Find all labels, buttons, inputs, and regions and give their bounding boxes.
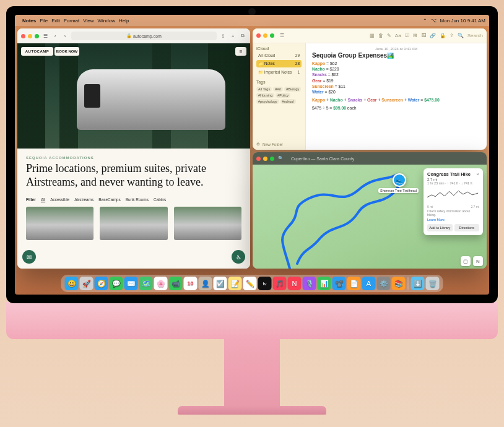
map-mode-icon[interactable]: ▢ xyxy=(461,256,471,266)
format-icon[interactable]: Aa xyxy=(395,33,401,38)
filter-basecamps[interactable]: BaseCamps xyxy=(98,197,120,202)
maps-window: 🔍 Cupertino — Santa Clara County 👟 Sherm… xyxy=(253,152,487,269)
dock-facetime[interactable]: 📹 xyxy=(169,277,183,290)
map-canvas[interactable]: 👟 Sherman Tree Trailhead × Congress Trai… xyxy=(253,165,487,269)
filter-accessible[interactable]: Accessible xyxy=(50,197,69,202)
sidebar-icon[interactable]: ☰ xyxy=(41,32,49,40)
sidebar-all-icloud[interactable]: All iCloud29 xyxy=(256,52,302,59)
dock-mail[interactable]: ✉️ xyxy=(124,277,138,290)
window-traffic-lights[interactable] xyxy=(256,33,274,38)
new-note-icon[interactable]: ✎ xyxy=(387,33,391,38)
tag-biology[interactable]: #Biology xyxy=(284,87,301,92)
tag-policy[interactable]: #Policy xyxy=(276,93,290,98)
notes-editor[interactable]: June 10, 2024 at 9:41 AM Sequoia Group E… xyxy=(306,43,487,150)
tabs-icon[interactable]: ⧉ xyxy=(239,32,246,40)
dock-news[interactable]: N xyxy=(288,277,302,290)
dock-trash[interactable]: 🗑️ xyxy=(426,277,440,290)
site-logo[interactable]: AUTOCAMP xyxy=(21,47,53,56)
thumb-1[interactable] xyxy=(26,207,93,240)
search-icon[interactable]: 🔍 xyxy=(458,33,464,38)
share-icon[interactable]: ⇪ xyxy=(450,33,454,38)
media-icon[interactable]: 🖼 xyxy=(421,33,426,38)
dock-tv[interactable]: tv xyxy=(258,277,272,290)
dock-numbers[interactable]: 📊 xyxy=(318,277,331,290)
book-now-button[interactable]: BOOK NOW xyxy=(54,47,79,56)
table-icon[interactable]: ⊞ xyxy=(413,33,417,38)
list-view-icon[interactable]: ▦ xyxy=(370,33,375,38)
sidebar-imported-folder[interactable]: 📁 Imported Notes1 xyxy=(256,69,302,76)
search-placeholder[interactable]: Search xyxy=(467,33,483,38)
sidebar-notes-folder[interactable]: 📁 Notes28 xyxy=(256,60,302,67)
share-icon[interactable]: ⇪ xyxy=(219,32,227,40)
dock-music[interactable]: 🎵 xyxy=(273,277,287,290)
menu-window[interactable]: Window xyxy=(97,18,115,24)
dock-settings[interactable]: ⚙️ xyxy=(377,277,391,290)
menubar-clock[interactable]: Mon Jun 10 9:41 AM xyxy=(440,18,485,24)
dock-pages[interactable]: 📄 xyxy=(347,277,361,290)
compass-icon[interactable]: N xyxy=(473,256,483,266)
dock-downloads[interactable]: ⬇️ xyxy=(411,277,425,290)
filter-all[interactable]: All xyxy=(41,197,45,202)
dock-calendar[interactable]: 10 xyxy=(184,277,198,290)
dock-contacts[interactable]: 👤 xyxy=(199,277,212,290)
close-icon[interactable]: × xyxy=(476,171,479,177)
dock-books[interactable]: 📚 xyxy=(392,277,406,290)
dock-notes[interactable]: 📝 xyxy=(228,277,242,290)
nav-forward-icon[interactable]: › xyxy=(61,32,69,40)
menu-format[interactable]: Format xyxy=(64,18,79,24)
control-center-icon[interactable]: ⌥ xyxy=(431,18,437,24)
directions-button[interactable]: Directions xyxy=(454,224,480,231)
tag-housing[interactable]: #Housing xyxy=(256,93,274,98)
link-icon[interactable]: 🔗 xyxy=(430,33,436,38)
menu-view[interactable]: View xyxy=(83,18,93,24)
wifi-icon[interactable]: ⌃ xyxy=(423,18,427,24)
dock-safari[interactable]: 🧭 xyxy=(95,277,108,290)
new-folder-button[interactable]: ⊕New Folder xyxy=(256,142,302,147)
accessibility-icon[interactable]: ♿︎ xyxy=(232,250,245,264)
dock-keynote[interactable]: 📽️ xyxy=(332,277,346,290)
window-traffic-lights[interactable] xyxy=(21,34,39,38)
filter-bunk[interactable]: Bunk Rooms xyxy=(126,197,149,202)
dock-launchpad[interactable]: 🚀 xyxy=(80,277,93,290)
learn-more-link[interactable]: Learn More xyxy=(427,218,479,222)
lock-icon[interactable]: 🔒 xyxy=(440,33,446,38)
filter-cabins[interactable]: Cabins xyxy=(154,197,166,202)
tag-psychology[interactable]: #psychology xyxy=(256,99,279,104)
chat-bubble-icon[interactable]: ✉ xyxy=(22,250,36,264)
hamburger-menu-icon[interactable]: ≡ xyxy=(235,47,246,56)
tag-school[interactable]: #school xyxy=(280,99,296,104)
thumb-3[interactable] xyxy=(174,207,241,240)
dock-freeform[interactable]: ✏️ xyxy=(243,277,257,290)
window-traffic-lights[interactable] xyxy=(256,157,274,161)
add-to-library-button[interactable]: Add to Library xyxy=(427,224,453,231)
new-tab-icon[interactable]: + xyxy=(229,32,237,40)
dock-appstore[interactable]: A xyxy=(362,277,376,290)
menu-file[interactable]: File xyxy=(40,18,48,24)
menu-help[interactable]: Help xyxy=(119,18,129,24)
map-pin-icon[interactable]: 👟 xyxy=(393,173,406,187)
note-date: June 10, 2024 at 9:41 AM xyxy=(312,47,480,51)
maps-location-text[interactable]: Cupertino — Santa Clara County xyxy=(291,157,354,161)
sidebar-icloud-header: iCloud xyxy=(256,46,302,51)
toggle-sidebar-icon[interactable]: ☰ xyxy=(278,32,285,40)
nav-back-icon[interactable]: ‹ xyxy=(51,32,59,40)
menubar-app-name[interactable]: Notes xyxy=(22,18,36,24)
dock-maps[interactable]: 🗺️ xyxy=(139,277,153,290)
dock-photos[interactable]: 🌸 xyxy=(154,277,168,290)
search-icon[interactable]: 🔍 xyxy=(278,156,284,161)
dock-reminders[interactable]: ☑️ xyxy=(214,277,227,290)
delete-icon[interactable]: 🗑 xyxy=(378,33,383,38)
thumb-2[interactable] xyxy=(100,207,167,240)
safari-toolbar: ☰ ‹ › 🔒 autocamp.com ⇪ + ⧉ xyxy=(17,28,250,43)
checklist-icon[interactable]: ☑ xyxy=(405,33,409,38)
tag-all[interactable]: All Tags xyxy=(256,87,272,92)
note-body: Kappo = $62 Nacho = $220 Snacks = $62 Ge… xyxy=(312,61,480,111)
map-pin-label[interactable]: Sherman Tree Trailhead xyxy=(378,188,419,193)
dock-finder[interactable]: 😀 xyxy=(65,277,79,290)
filter-airstreams[interactable]: Airstreams xyxy=(74,197,93,202)
menu-edit[interactable]: Edit xyxy=(51,18,60,24)
dock-podcasts[interactable]: 🎙️ xyxy=(303,277,316,290)
tag-art[interactable]: #Art xyxy=(273,87,283,92)
dock-messages[interactable]: 💬 xyxy=(110,277,123,290)
address-bar[interactable]: 🔒 autocamp.com xyxy=(71,32,217,40)
